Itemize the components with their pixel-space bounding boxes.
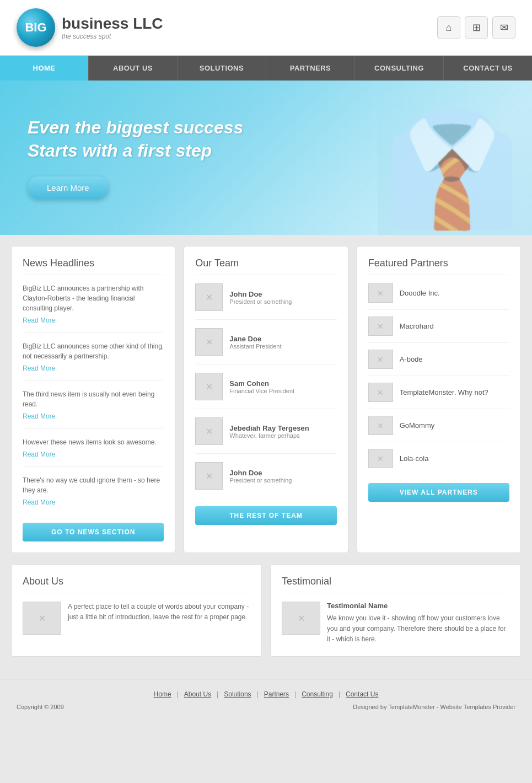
mail-icon-button[interactable]: ✉	[492, 16, 515, 39]
footer-link-about[interactable]: About Us	[184, 690, 211, 698]
partner-name-3: A-bode	[400, 355, 423, 363]
testimonial-content: Testimonial Name We know you love it - s…	[282, 602, 509, 645]
team-role-1: President or something	[229, 298, 292, 305]
nav-partners[interactable]: PARTNERS	[266, 56, 355, 81]
team-member-4: Jebediah Ray Tergesen Whatever, farmer p…	[195, 417, 336, 454]
footer-link-home[interactable]: Home	[154, 690, 171, 698]
news-text-2: BigBiz LLC announces some other kind of …	[23, 341, 164, 361]
hero-image	[266, 81, 533, 235]
go-to-news-button[interactable]: GO TO NEWS SECTION	[23, 523, 164, 541]
about-text: A perfect place to tell a couple of word…	[68, 602, 250, 635]
footer-sep-4: |	[294, 690, 296, 698]
team-info-3: Sam Cohen Financial Vice President	[229, 379, 294, 394]
nav-contact[interactable]: CONTACT US	[444, 56, 532, 81]
team-avatar-4	[195, 417, 223, 445]
nav-about[interactable]: ABOUT US	[89, 56, 178, 81]
footer-link-partners[interactable]: Partners	[264, 690, 289, 698]
team-avatar-2	[195, 328, 223, 356]
news-item-4: However these news items look so awesome…	[23, 437, 164, 467]
footer-sep-5: |	[338, 690, 340, 698]
team-name-4: Jebediah Ray Tergesen	[229, 424, 309, 432]
footer-link-contact[interactable]: Contact Us	[346, 690, 378, 698]
team-panel: Our Team John Doe President or something…	[184, 246, 348, 553]
partner-logo-6	[368, 449, 393, 468]
testimonial-title: Testimonial	[282, 576, 509, 593]
team-info-1: John Doe President or something	[229, 290, 292, 305]
read-more-3[interactable]: Read More	[23, 412, 55, 420]
team-avatar-5	[195, 462, 223, 490]
news-text-5: There's no way we could ignore them - so…	[23, 475, 164, 495]
partner-name-5: GoMommy	[400, 421, 435, 430]
about-title: About Us	[23, 576, 250, 593]
footer-copyright: Copyright © 2009	[17, 704, 64, 710]
nav-solutions[interactable]: SOLUTIONS	[178, 56, 266, 81]
view-all-partners-button[interactable]: VIEW ALL PARTNERS	[368, 483, 509, 502]
nav-home[interactable]: HOME	[0, 56, 89, 81]
logo-area: BIG business LLC the success spot	[17, 8, 163, 47]
testimonial-quote: We know you love it - showing off how yo…	[327, 613, 509, 645]
partner-1: Dooodle Inc.	[368, 283, 509, 310]
read-more-2[interactable]: Read More	[23, 364, 55, 372]
logo-company-name: business LLC	[62, 15, 163, 32]
footer-credit: Designed by TemplateMonster - Website Te…	[353, 704, 515, 710]
team-avatar-1	[195, 283, 223, 311]
read-more-1[interactable]: Read More	[23, 317, 55, 324]
hero-line1: Even the biggest success	[28, 117, 243, 137]
partner-name-1: Dooodle Inc.	[400, 289, 440, 297]
hero-line2: Starts with a first step	[28, 141, 212, 160]
footer-sep-2: |	[217, 690, 218, 698]
home-icon-button[interactable]: ⌂	[437, 16, 460, 39]
logo-tagline: the success spot	[62, 33, 163, 40]
logo-text: business LLC the success spot	[62, 15, 163, 40]
team-info-4: Jebediah Ray Tergesen Whatever, farmer p…	[229, 424, 309, 439]
partner-logo-4	[368, 383, 393, 402]
header-icons: ⌂ ⊞ ✉	[437, 16, 515, 39]
partner-logo-3	[368, 350, 393, 369]
team-avatar-3	[195, 373, 223, 400]
footer-sep-3: |	[257, 690, 259, 698]
team-role-2: Assistant President	[229, 343, 281, 350]
partners-title: Featured Partners	[368, 258, 509, 275]
news-list: BigBiz LLC announces a partnership with …	[23, 283, 164, 514]
rest-of-team-button[interactable]: THE REST OF TEAM	[195, 506, 336, 525]
hero-banner: Even the biggest success Starts with a f…	[0, 81, 532, 235]
partner-logo-2	[368, 317, 393, 336]
about-content: A perfect place to tell a couple of word…	[23, 602, 250, 635]
team-role-3: Financial Vice President	[229, 388, 294, 394]
main-nav: HOME ABOUT US SOLUTIONS PARTNERS CONSULT…	[0, 56, 532, 81]
team-list: John Doe President or something Jane Doe…	[195, 283, 336, 498]
team-role-4: Whatever, farmer perhaps	[229, 432, 309, 439]
news-text-1: BigBiz LLC announces a partnership with …	[23, 283, 164, 313]
footer-nav: Home | About Us | Solutions | Partners |…	[17, 690, 515, 698]
news-panel: News Headlines BigBiz LLC announces a pa…	[11, 246, 175, 553]
read-more-5[interactable]: Read More	[23, 498, 55, 506]
partner-name-6: Lola-cola	[400, 454, 429, 463]
bottom-two-columns: About Us A perfect place to tell a coupl…	[11, 564, 521, 657]
header: BIG business LLC the success spot ⌂ ⊞ ✉	[0, 0, 532, 56]
footer: Home | About Us | Solutions | Partners |…	[0, 679, 532, 721]
footer-link-consulting[interactable]: Consulting	[302, 690, 333, 698]
footer-link-solutions[interactable]: Solutions	[224, 690, 251, 698]
read-more-4[interactable]: Read More	[23, 451, 55, 458]
partner-6: Lola-cola	[368, 449, 509, 475]
logo-company: business LLC	[62, 15, 163, 33]
team-member-1: John Doe President or something	[195, 283, 336, 320]
news-item-3: The third news item is usually not even …	[23, 389, 164, 429]
team-role-5: President or something	[229, 477, 292, 484]
team-info-2: Jane Doe Assistant President	[229, 335, 281, 350]
partner-name-4: TemplateMonster. Why not?	[400, 388, 488, 396]
footer-sep-1: |	[177, 690, 179, 698]
team-name-3: Sam Cohen	[229, 379, 294, 388]
testimonial-panel: Testimonial Testimonial Name We know you…	[270, 564, 521, 657]
news-text-4: However these news items look so awesome…	[23, 437, 164, 447]
hero-text: Even the biggest success Starts with a f…	[28, 116, 243, 162]
team-member-3: Sam Cohen Financial Vice President	[195, 373, 336, 409]
nav-consulting[interactable]: CONSULTING	[355, 56, 444, 81]
grid-icon-button[interactable]: ⊞	[465, 16, 488, 39]
learn-more-button[interactable]: Learn More	[28, 176, 109, 199]
about-image	[23, 602, 61, 635]
footer-bottom: Copyright © 2009 Designed by TemplateMon…	[17, 704, 515, 710]
team-info-5: John Doe President or something	[229, 469, 292, 484]
team-name-2: Jane Doe	[229, 335, 281, 343]
logo-icon: BIG	[17, 8, 55, 47]
